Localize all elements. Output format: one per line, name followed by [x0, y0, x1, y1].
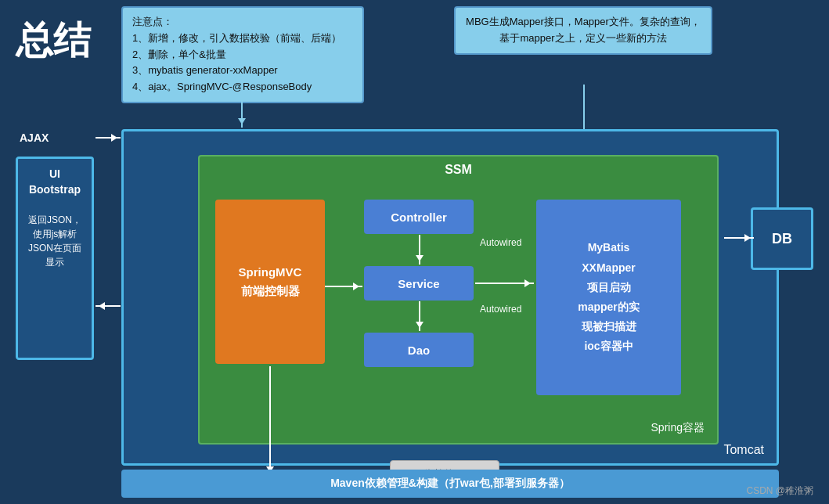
springmvc-down-arrow [269, 366, 271, 476]
mybatis-line3: 项目启动 [587, 278, 631, 297]
note-box-right: MBG生成Mapper接口，Mapper文件。复杂的查询，基于mapper之上，… [454, 6, 712, 55]
mybatis-box: MyBatis XXMapper 项目启动 mapper的实 现被扫描进 ioc… [536, 200, 681, 395]
tomcat-label: Tomcat [723, 443, 764, 457]
ajax-label: AJAX [20, 131, 49, 144]
ssm-box: SSM Spring容器 SpringMVC 前端控制器 Controller … [198, 155, 719, 445]
dao-label: Dao [408, 344, 430, 357]
controller-label: Controller [391, 211, 447, 224]
mybatis-line6: ioc容器中 [584, 337, 633, 356]
controller-box: Controller [364, 200, 474, 234]
note-left-arrow [241, 85, 243, 128]
autowired-label-1: Autowired [480, 237, 521, 248]
mybatis-line1: MyBatis [588, 238, 630, 257]
db-arrow [724, 237, 754, 239]
page-title: 总结 [16, 16, 91, 66]
service-to-mybatis-arrow [475, 283, 534, 284]
dao-box: Dao [364, 333, 474, 367]
spring-label: Spring容器 [651, 421, 705, 435]
maven-label: Maven依赖管理&构建（打war包,部署到服务器） [330, 477, 570, 491]
ssm-label: SSM [445, 163, 472, 177]
ui-box: UI Bootstrap 返回JSON， 使用js解析 JSON在页面 显示 [16, 157, 94, 360]
service-box: Service [364, 266, 474, 301]
note-left-text: 注意点： 1、新增，修改，引入数据校验（前端、后端） 2、删除，单个&批量 3、… [132, 16, 341, 92]
mybatis-line2: XXMapper [582, 258, 635, 278]
springmvc-line2: 前端控制器 [241, 282, 300, 301]
tomcat-box: Tomcat SSM Spring容器 SpringMVC 前端控制器 Cont… [121, 129, 779, 466]
note-right-text: MBG生成Mapper接口，Mapper文件。复杂的查询，基于mapper之上，… [466, 16, 701, 44]
db-box: DB [751, 207, 813, 270]
csdn-label: CSDN @稚淮粥 [746, 484, 813, 498]
db-label: DB [772, 231, 792, 247]
ui-label: UI Bootstrap [29, 167, 81, 197]
service-to-dao-arrow [419, 301, 420, 331]
return-arrow [96, 305, 121, 307]
maven-box: Maven依赖管理&构建（打war包,部署到服务器） [121, 470, 779, 498]
controller-to-service-arrow [419, 235, 420, 265]
springmvc-box: SpringMVC 前端控制器 [215, 200, 325, 364]
note-box-left: 注意点： 1、新增，修改，引入数据校验（前端、后端） 2、删除，单个&批量 3、… [121, 6, 364, 103]
springmvc-to-controller-arrow [325, 286, 362, 287]
return-label: 返回JSON， 使用js解析 JSON在页面 显示 [25, 213, 85, 269]
mybatis-line4: mapper的实 [578, 297, 640, 317]
autowired-label-2: Autowired [480, 304, 521, 315]
ajax-arrow [96, 137, 121, 139]
service-label: Service [398, 277, 439, 290]
mybatis-line5: 现被扫描进 [582, 317, 636, 337]
main-container: 总结 注意点： 1、新增，修改，引入数据校验（前端、后端） 2、删除，单个&批量… [0, 0, 829, 504]
springmvc-line1: SpringMVC [239, 263, 302, 282]
